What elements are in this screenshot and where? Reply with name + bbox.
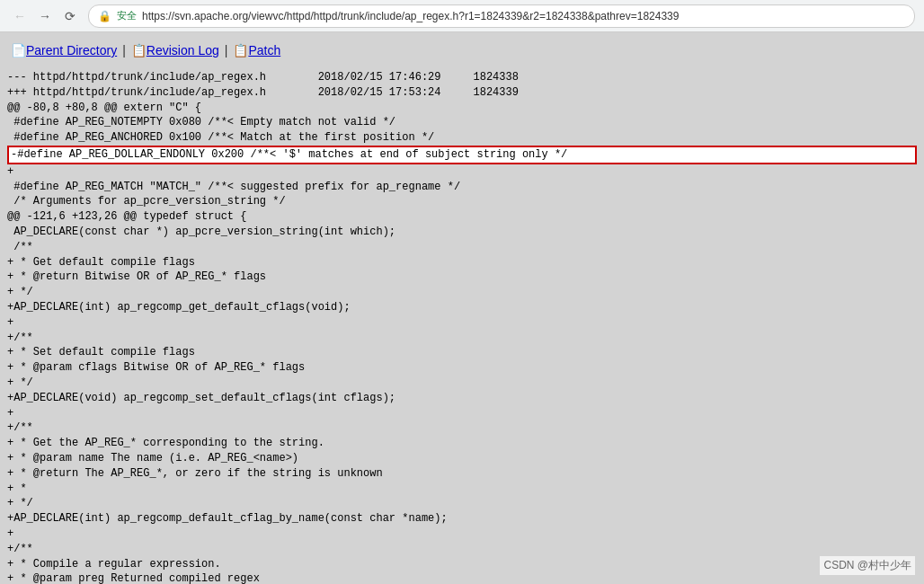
- parent-dir-icon: 📄: [11, 43, 26, 58]
- lock-icon: 🔒: [98, 10, 111, 22]
- address-bar[interactable]: 🔒 安全 https://svn.apache.org/viewvc/httpd…: [88, 4, 915, 28]
- diff-line: @@ -121,6 +123,26 @@ typedef struct {: [7, 209, 917, 225]
- diff-line: +/**: [7, 420, 917, 436]
- diff-line: +: [7, 315, 917, 331]
- page-header: 📄 Parent Directory | 📋 Revision Log | 📋 …: [0, 32, 924, 66]
- diff-line: /**: [7, 240, 917, 255]
- page-nav-bar: 📄 Parent Directory | 📋 Revision Log | 📋 …: [11, 40, 913, 61]
- separator-2: |: [225, 43, 228, 58]
- diff-line: + * Get the AP_REG_* corresponding to th…: [7, 436, 917, 451]
- diff-line: +: [7, 406, 917, 421]
- diff-line: +: [7, 164, 917, 180]
- diff-line: + */: [7, 285, 917, 300]
- diff-line: -#define AP_REG_DOLLAR_ENDONLY 0x200 /**…: [7, 146, 917, 164]
- diff-line: + */: [7, 376, 917, 391]
- diff-line: + * @param preg Returned compiled regex: [7, 571, 917, 584]
- diff-line: + * @return The AP_REG_*, or zero if the…: [7, 466, 917, 482]
- revision-log-link[interactable]: Revision Log: [147, 43, 219, 58]
- revision-log-icon: 📋: [131, 43, 147, 58]
- forward-button[interactable]: →: [34, 5, 56, 27]
- patch-icon: 📋: [233, 43, 248, 58]
- secure-label: 安全: [117, 9, 137, 22]
- patch-label: Patch: [248, 43, 280, 58]
- diff-line: + * Compile a regular expression.: [7, 557, 917, 572]
- diff-line: + */: [7, 496, 917, 511]
- diff-line: /* Arguments for ap_pcre_version_string …: [7, 194, 917, 209]
- separator-1: |: [122, 43, 126, 58]
- parent-directory-label: Parent Directory: [26, 43, 117, 58]
- parent-directory-link[interactable]: Parent Directory: [26, 43, 117, 58]
- diff-line: +++ httpd/httpd/trunk/include/ap_regex.h…: [7, 85, 917, 101]
- url-text: https://svn.apache.org/viewvc/httpd/http…: [142, 10, 905, 22]
- watermark: CSDN @村中少年: [820, 556, 915, 575]
- diff-line: + *: [7, 482, 917, 497]
- patch-link[interactable]: Patch: [248, 43, 280, 58]
- diff-line: #define AP_REG_NOTEMPTY 0x080 /**< Empty…: [7, 115, 917, 130]
- revision-log-label: Revision Log: [147, 43, 219, 58]
- diff-line: +AP_DECLARE(int) ap_regcomp_default_cfla…: [7, 511, 917, 526]
- diff-line: +AP_DECLARE(int) ap_regcomp_get_default_…: [7, 300, 917, 315]
- reload-button[interactable]: ⟳: [59, 5, 81, 27]
- diff-line: + * Set default compile flags: [7, 345, 917, 360]
- diff-line: +AP_DECLARE(void) ap_regcomp_set_default…: [7, 391, 917, 406]
- diff-line: + * @param name The name (i.e. AP_REG_<n…: [7, 451, 917, 466]
- diff-line: AP_DECLARE(const char *) ap_pcre_version…: [7, 225, 917, 240]
- diff-line: --- httpd/httpd/trunk/include/ap_regex.h…: [7, 70, 917, 85]
- diff-line: + * @param cflags Bitwise OR of AP_REG_*…: [7, 360, 917, 376]
- diff-line: #define AP_REG_ANCHORED 0x100 /**< Match…: [7, 130, 917, 146]
- browser-chrome: ← → ⟳ 🔒 安全 https://svn.apache.org/viewvc…: [0, 0, 924, 32]
- diff-line: +/**: [7, 331, 917, 346]
- diff-line: @@ -80,8 +80,8 @@ extern "C" {: [7, 101, 917, 116]
- diff-line: + * @return Bitwise OR of AP_REG_* flags: [7, 270, 917, 285]
- diff-line: + * Get default compile flags: [7, 255, 917, 270]
- diff-line: +: [7, 526, 917, 542]
- diff-content: --- httpd/httpd/trunk/include/ap_regex.h…: [0, 66, 924, 584]
- diff-line: #define AP_REG_MATCH "MATCH_" /**< sugge…: [7, 180, 917, 195]
- nav-buttons: ← → ⟳: [9, 5, 81, 27]
- back-button[interactable]: ←: [9, 5, 31, 27]
- diff-line: +/**: [7, 542, 917, 557]
